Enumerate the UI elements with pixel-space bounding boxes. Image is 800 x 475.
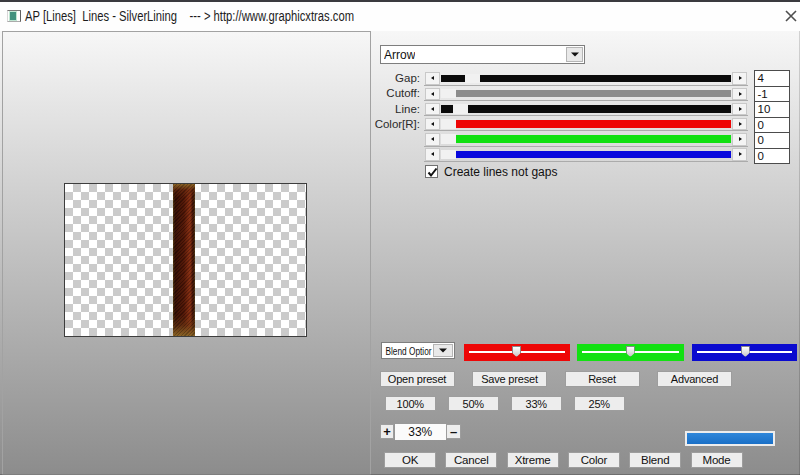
svg-text:Blend Optior: Blend Optior <box>385 345 431 357</box>
svg-text:AP [Lines] Lines - SilverLini: AP [Lines] Lines - SilverLining --- > ht… <box>25 8 354 24</box>
